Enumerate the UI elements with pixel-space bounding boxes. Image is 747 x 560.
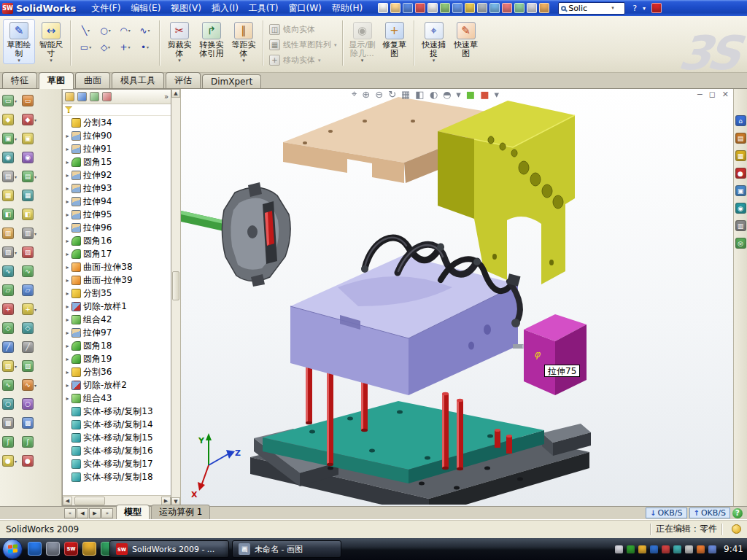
tool-button[interactable]: ◉ [2, 148, 20, 167]
tree-vertical-scrollbar[interactable]: ▲ ▼ [171, 89, 181, 506]
dimxpert-manager-tab-icon[interactable] [102, 92, 112, 101]
feature-tree-item[interactable]: 实体-移动/复制15 [63, 431, 171, 444]
feature-tree-item[interactable]: ▸ 切除-放样2 [63, 378, 171, 392]
feature-tree-item[interactable]: 实体-移动/复制16 [63, 444, 171, 457]
feature-tree-item[interactable]: ▸ 曲面-拉伸38 [63, 260, 171, 273]
expand-arrow-icon[interactable]: ▸ [64, 290, 71, 297]
tool-button[interactable]: ◉ [22, 148, 40, 167]
feature-tree-item[interactable]: ▸ 拉伸96 [63, 221, 171, 234]
standard-tool-icon[interactable] [390, 3, 400, 13]
sketch-button[interactable]: ✎ 草图绘 制 ▾ [3, 19, 35, 64]
tree-horizontal-scrollbar[interactable]: ◀ ▶ [63, 495, 171, 505]
tray-icon[interactable] [685, 545, 693, 553]
draw-tool-button[interactable]: ○ ▾ [96, 22, 115, 39]
tool-button[interactable]: ▨ [22, 243, 40, 262]
feature-tree-item[interactable]: ▸ 拉伸93 [63, 182, 171, 195]
draw-tool-button[interactable]: ◠ ▾ [115, 22, 135, 39]
tool-button[interactable]: ● ▾ [2, 451, 20, 470]
view-tool-icon[interactable]: ⊕ [362, 89, 370, 100]
tool-dropdown-icon[interactable]: ▾ [34, 383, 40, 388]
draw-tool-button[interactable]: ∿ ▾ [135, 22, 155, 39]
feature-tree-item[interactable]: ▸ 分割35 [63, 287, 171, 300]
tool-dropdown-icon[interactable]: ▾ [15, 459, 20, 464]
tab-nav-icon[interactable]: ◀ [77, 508, 88, 518]
menu-item[interactable]: 文件(F) [86, 0, 125, 16]
tool-button[interactable]: ▥ [2, 224, 20, 243]
quick-launch-icon[interactable] [82, 542, 96, 556]
standard-tool-icon[interactable] [415, 3, 425, 13]
tray-icon[interactable] [615, 545, 623, 553]
menu-item[interactable]: 工具(T) [244, 0, 284, 16]
expand-arrow-icon[interactable]: ▸ [64, 198, 71, 205]
taskbar-window-button[interactable]: sw SolidWorks 2009 - ... [109, 540, 229, 558]
trim-entities-button[interactable]: ✂ 剪裁实 体 ▾ [163, 19, 196, 64]
tool-button[interactable]: ◧ [22, 205, 40, 224]
expand-arrow-icon[interactable]: ▸ [64, 356, 71, 362]
offset-entities-button[interactable]: ∥ 等距实 体 ▾ [228, 19, 260, 64]
window-control-icon[interactable]: ✕ [722, 90, 729, 99]
quick-snaps-dropdown-icon[interactable]: ▾ [433, 58, 436, 63]
tool-button[interactable]: ╱ [2, 338, 20, 357]
display-delete-relations-button[interactable]: ◉ 显示/删 除几... ▾ [347, 19, 379, 64]
feature-tree-item[interactable]: ▸ 圆角17 [63, 247, 171, 260]
view-tool-icon[interactable]: ↻ [388, 89, 396, 100]
titlebar-dropdown-icon[interactable]: ▾ [643, 5, 646, 12]
view-tool-icon[interactable]: ◓ [443, 89, 451, 100]
magenta-block[interactable]: φ [524, 314, 587, 395]
menu-item[interactable]: 视图(V) [166, 0, 206, 16]
tool-button[interactable]: ▣ ▾ [2, 129, 20, 148]
menu-item[interactable]: 插入(I) [206, 0, 244, 16]
command-tab[interactable]: 模具工具 [112, 72, 164, 88]
expand-arrow-icon[interactable]: ▸ [64, 277, 71, 284]
feature-tree-item[interactable]: ▸ 圆角16 [63, 234, 171, 247]
draw-tool-button[interactable]: ╲ ▾ [76, 22, 96, 39]
task-pane-icon[interactable]: ◉ [735, 203, 746, 214]
standard-tool-icon[interactable] [452, 3, 462, 13]
expand-arrow-icon[interactable]: ▸ [64, 369, 71, 376]
tool-button[interactable]: ▩ [2, 413, 20, 432]
tool-button[interactable]: ▥ ▾ [22, 224, 40, 243]
task-pane-icon[interactable]: ▦ [735, 150, 746, 161]
tray-icon[interactable] [708, 545, 716, 553]
scroll-right-icon[interactable]: ▶ [161, 497, 171, 505]
tool-button[interactable]: ▱ [2, 281, 20, 300]
pattern-tool-dropdown-icon[interactable]: ▾ [334, 42, 337, 48]
feature-tree-item[interactable]: ▸ 圆角19 [63, 352, 171, 365]
tool-button[interactable]: ◇ [2, 319, 20, 338]
tool-dropdown-icon[interactable]: ▾ [34, 231, 40, 236]
clamp-body[interactable] [181, 182, 290, 287]
command-tab[interactable]: 草图 [39, 72, 74, 89]
draw-tool-dropdown-icon[interactable]: ▾ [88, 28, 90, 33]
expand-arrow-icon[interactable]: ▸ [64, 382, 71, 389]
feature-tree-tab-icon[interactable] [65, 92, 74, 101]
feature-tree-item[interactable]: ▸ 拉伸95 [63, 208, 171, 221]
status-quick-tips-icon[interactable] [732, 524, 741, 534]
view-tool-icon[interactable]: ⌖ [352, 89, 357, 100]
feature-tree-item[interactable]: ▸ 拉伸97 [63, 326, 171, 339]
tool-button[interactable]: ∿ [2, 262, 20, 281]
tray-icon[interactable] [673, 545, 681, 553]
taskbar-window-button[interactable]: 画 未命名 - 画图 [232, 540, 341, 558]
standard-tool-icon[interactable] [465, 3, 475, 13]
task-pane-icon[interactable]: ● [735, 168, 746, 179]
quick-launch-icon[interactable] [46, 542, 60, 556]
tray-icon[interactable] [697, 545, 705, 553]
menu-item[interactable]: 帮助(H) [327, 0, 368, 16]
smart-dimension-dropdown-icon[interactable]: ▾ [50, 58, 53, 63]
task-pane-icon[interactable]: ▥ [735, 220, 746, 231]
tool-dropdown-icon[interactable]: ▾ [15, 250, 20, 255]
feature-tree-item[interactable]: 实体-移动/复制14 [63, 418, 171, 431]
draw-tool-button[interactable]: + ▾ [115, 39, 135, 55]
standard-tool-icon[interactable] [514, 3, 525, 13]
pattern-tool-button[interactable]: ◫ 镜向实体 [267, 23, 339, 36]
expand-arrow-icon[interactable]: ▸ [64, 316, 71, 323]
standard-tool-icon[interactable] [378, 3, 388, 13]
tab-nav-icon[interactable]: » [101, 508, 113, 518]
expand-arrow-icon[interactable]: ▸ [64, 303, 71, 310]
pattern-tool-button[interactable]: + 移动实体 ▾ [267, 53, 339, 67]
expand-arrow-icon[interactable]: ▸ [64, 146, 71, 152]
configuration-manager-tab-icon[interactable] [90, 92, 99, 101]
feature-tree-item[interactable]: ▸ 组合42 [63, 313, 171, 326]
expand-arrow-icon[interactable]: ▸ [64, 330, 71, 336]
tool-button[interactable]: ◧ [2, 205, 20, 224]
